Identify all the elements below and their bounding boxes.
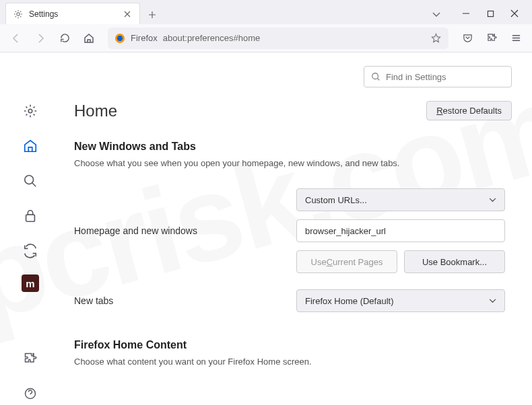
sidebar-item-general[interactable] <box>19 100 42 122</box>
close-window-button[interactable] <box>502 3 527 24</box>
newtabs-select[interactable]: Firefox Home (Default) <box>296 289 505 312</box>
forward-button[interactable] <box>30 28 51 49</box>
homepage-label: Homepage and new windows <box>74 225 296 236</box>
toolbar: Firefox about:preferences#home <box>0 24 532 52</box>
svg-point-5 <box>25 176 34 184</box>
tab-strip: Settings <box>0 0 532 24</box>
sidebar-item-home[interactable] <box>19 135 42 157</box>
reload-button[interactable] <box>54 28 75 49</box>
svg-rect-1 <box>488 11 493 16</box>
svg-rect-6 <box>26 215 35 221</box>
tabs-dropdown-button[interactable] <box>427 5 446 24</box>
section-title-home-content: Firefox Home Content <box>74 339 512 351</box>
homepage-url-input[interactable] <box>296 219 505 242</box>
sidebar-item-sync[interactable] <box>19 240 42 262</box>
home-button[interactable] <box>78 28 100 49</box>
svg-point-3 <box>117 36 123 41</box>
sidebar-item-privacy[interactable] <box>19 205 42 227</box>
svg-point-0 <box>17 12 20 15</box>
homepage-mode-select[interactable]: Custom URLs... <box>296 188 505 211</box>
settings-main: Home Restore Defaults New Windows and Ta… <box>61 52 532 405</box>
browser-tab[interactable]: Settings <box>5 3 140 24</box>
sidebar-item-more[interactable]: m <box>22 274 39 292</box>
new-tab-button[interactable] <box>143 5 162 24</box>
minimize-button[interactable] <box>454 3 478 24</box>
chevron-down-icon <box>489 198 496 202</box>
settings-search[interactable] <box>364 66 512 87</box>
use-current-pages-button[interactable]: Use Current Pages <box>296 250 397 273</box>
section-desc-home-content: Choose what content you want on your Fir… <box>74 357 512 367</box>
maximize-button[interactable] <box>478 3 502 24</box>
url-bar[interactable]: Firefox about:preferences#home <box>108 28 448 49</box>
section-desc-windows-tabs: Choose what you see when you open your h… <box>74 158 512 168</box>
menu-button[interactable] <box>505 28 527 49</box>
settings-sidebar: m <box>0 52 61 405</box>
url-text: about:preferences#home <box>163 33 426 43</box>
url-identity-label: Firefox <box>131 33 158 43</box>
restore-defaults-button[interactable]: Restore Defaults <box>426 101 512 120</box>
chevron-down-icon <box>489 299 496 303</box>
search-icon <box>371 72 380 81</box>
sidebar-item-search[interactable] <box>19 170 42 192</box>
newtabs-label: New tabs <box>74 295 296 306</box>
use-bookmark-button[interactable]: Use Bookmark... <box>404 250 505 273</box>
svg-point-4 <box>28 109 32 113</box>
sidebar-item-extensions[interactable] <box>19 347 42 370</box>
settings-search-input[interactable] <box>386 72 504 82</box>
extension-button[interactable] <box>481 28 502 49</box>
bookmark-star-icon[interactable] <box>431 33 442 44</box>
back-button[interactable] <box>5 28 27 49</box>
section-title-windows-tabs: New Windows and Tabs <box>74 141 512 153</box>
firefox-logo-icon <box>114 33 125 44</box>
gear-icon <box>13 9 24 20</box>
close-icon[interactable] <box>122 9 133 20</box>
page-title: Home <box>74 102 117 120</box>
pocket-button[interactable] <box>457 28 478 49</box>
tab-title: Settings <box>29 9 117 19</box>
sidebar-item-help[interactable] <box>19 382 42 405</box>
